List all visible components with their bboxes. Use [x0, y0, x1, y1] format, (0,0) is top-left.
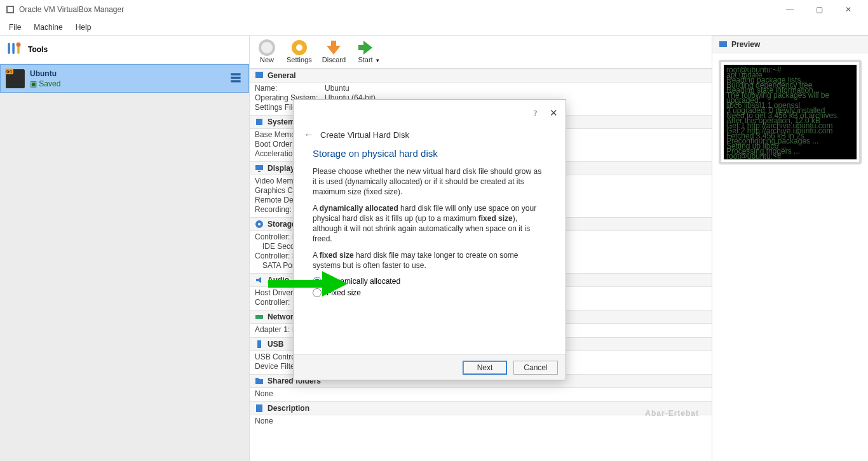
toolbar-new[interactable]: New — [254, 38, 280, 63]
network-card-icon — [255, 312, 264, 321]
system-chip-icon — [255, 117, 264, 126]
description-icon — [255, 404, 264, 413]
menu-file[interactable]: File — [3, 20, 27, 34]
preview-panel: Preview root@ubuntu:~#apt updateReading … — [712, 36, 868, 461]
dialog-next-button[interactable]: Next — [463, 361, 507, 375]
ubuntu-os-icon — [6, 69, 25, 88]
start-dropdown-icon[interactable]: ▾ — [376, 57, 379, 63]
discard-arrow-icon — [324, 38, 343, 57]
dialog-cancel-button[interactable]: Cancel — [513, 361, 558, 375]
svg-point-5 — [17, 43, 21, 47]
radio-dynamically-allocated-label[interactable]: Dynamically allocated — [327, 277, 400, 286]
svg-rect-22 — [255, 315, 263, 319]
svg-marker-13 — [327, 41, 341, 55]
preview-icon — [719, 40, 728, 49]
svg-rect-18 — [258, 171, 261, 172]
create-virtual-hard-disk-dialog: ? ✕ ← Create Virtual Hard Disk Storage o… — [293, 99, 566, 380]
storage-disk-icon — [255, 220, 264, 229]
svg-rect-3 — [12, 43, 15, 55]
tools-label: Tools — [28, 45, 48, 54]
svg-rect-16 — [256, 119, 262, 125]
radio-fixed-size-label[interactable]: Fixed size — [327, 288, 361, 297]
new-icon — [257, 38, 276, 57]
vm-entry-menu-icon[interactable] — [229, 71, 243, 85]
details-panel: New Settings Discard Start ▾ — [250, 36, 712, 461]
svg-rect-2 — [8, 43, 10, 55]
svg-marker-21 — [256, 277, 261, 283]
svg-rect-29 — [719, 41, 727, 47]
svg-marker-14 — [358, 41, 372, 55]
sidebar-tools[interactable]: Tools — [0, 36, 249, 64]
dialog-paragraph-2: A dynamically allocated hard disk file w… — [313, 203, 546, 244]
vmlist-entry-ubuntu[interactable]: Ubuntu ▣ Saved — [0, 64, 249, 93]
svg-rect-1 — [8, 7, 13, 12]
dialog-help-button[interactable]: ? — [534, 109, 537, 118]
menu-help[interactable]: Help — [69, 20, 98, 34]
tools-icon — [5, 41, 23, 58]
svg-rect-6 — [231, 73, 240, 75]
dialog-paragraph-1: Please choose whether the new virtual ha… — [313, 166, 546, 197]
toolbar: New Settings Discard Start ▾ — [250, 36, 712, 69]
svg-point-10 — [261, 42, 273, 53]
virtualbox-app-icon — [5, 4, 15, 15]
vm-name: Ubuntu — [30, 69, 60, 78]
section-preview: Preview — [712, 36, 868, 53]
start-arrow-icon — [356, 38, 375, 57]
folder-icon — [255, 377, 264, 385]
dialog-heading: Storage on physical hard disk — [313, 148, 546, 159]
general-icon — [255, 71, 264, 80]
toolbar-start[interactable]: Start ▾ — [352, 38, 383, 63]
app-title: Oracle VM VirtualBox Manager — [19, 5, 124, 14]
svg-rect-23 — [257, 340, 261, 348]
svg-rect-26 — [256, 404, 262, 412]
svg-rect-15 — [255, 72, 263, 78]
radio-dynamically-allocated[interactable] — [313, 277, 322, 286]
preview-thumbnail[interactable]: root@ubuntu:~#apt updateReading package … — [719, 60, 862, 164]
settings-gear-icon — [290, 38, 309, 57]
toolbar-settings[interactable]: Settings — [283, 38, 316, 63]
dialog-close-button[interactable]: ✕ — [550, 107, 558, 119]
display-monitor-icon — [255, 164, 264, 173]
menu-machine[interactable]: Machine — [27, 20, 69, 34]
titlebar: Oracle VM VirtualBox Manager — ▢ ✕ — [0, 0, 868, 19]
svg-point-12 — [296, 44, 302, 51]
toolbar-discard[interactable]: Discard — [318, 38, 349, 63]
usb-icon — [255, 340, 264, 349]
menubar: File Machine Help — [0, 19, 868, 36]
svg-rect-7 — [231, 77, 240, 79]
section-description[interactable]: Description — [250, 401, 712, 415]
section-general[interactable]: General — [250, 69, 712, 83]
window-maximize-button[interactable]: ▢ — [804, 0, 834, 19]
window-minimize-button[interactable]: — — [775, 0, 804, 19]
svg-rect-24 — [255, 379, 263, 384]
sidebar: Tools Ubuntu ▣ Saved — [0, 36, 250, 461]
radio-fixed-size[interactable] — [313, 288, 322, 297]
svg-rect-8 — [231, 80, 240, 82]
svg-rect-25 — [255, 378, 259, 380]
window-close-button[interactable]: ✕ — [834, 0, 863, 19]
audio-speaker-icon — [255, 276, 264, 284]
svg-rect-17 — [255, 165, 263, 170]
dialog-paragraph-3: A fixed size hard disk file may take lon… — [313, 250, 546, 271]
dialog-breadcrumb: Create Virtual Hard Disk — [320, 130, 409, 140]
svg-point-20 — [258, 223, 261, 225]
vm-state: Saved — [39, 79, 60, 88]
dialog-back-icon[interactable]: ← — [304, 129, 314, 140]
